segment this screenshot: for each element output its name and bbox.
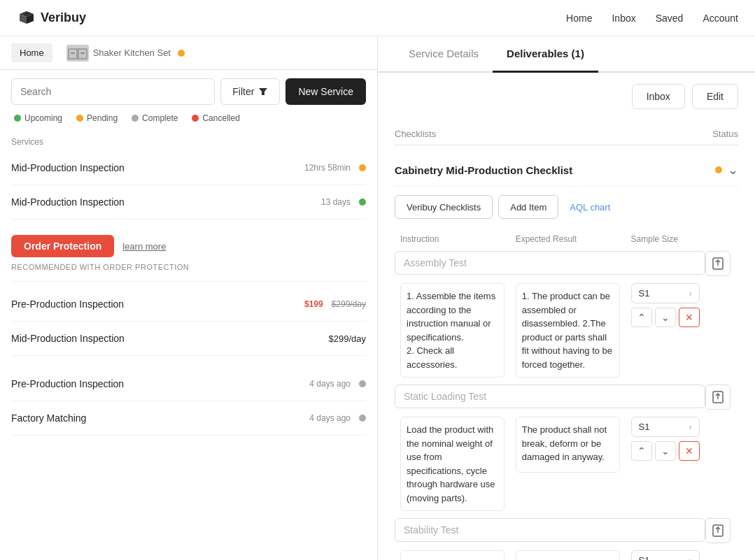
status-col-label: Status — [712, 129, 738, 139]
tab-product[interactable]: Shaker Kitchen Set — [58, 41, 193, 66]
sample-select[interactable]: S1 › — [631, 550, 700, 560]
chevron-down-icon[interactable]: ⌄ — [728, 162, 738, 178]
list-item[interactable]: Mid-Production Inspection 12hrs 58min — [11, 151, 366, 185]
search-input[interactable] — [11, 78, 215, 105]
action-row: Inbox Edit — [395, 84, 738, 109]
learn-more-link[interactable]: learn more — [122, 241, 166, 252]
tab-deliverables[interactable]: Deliverables (1) — [493, 36, 598, 73]
services-list: Services Mid-Production Inspection 12hrs… — [0, 130, 377, 560]
logo-text: Veribuy — [41, 10, 86, 25]
checklist-actions: ⌄ — [712, 162, 738, 178]
svg-marker-5 — [259, 88, 267, 95]
sample-size-header: Sample Size — [626, 230, 705, 248]
left-tabs: Home Shaker Kitchen Set — [0, 36, 377, 70]
move-up-button[interactable]: ⌃ — [631, 308, 652, 327]
service-meta: $199 $299/day — [304, 299, 366, 309]
edit-button[interactable]: Edit — [692, 84, 738, 109]
service-name: Pre-Production Inspection — [11, 378, 124, 389]
section-header-input-assembly[interactable] — [395, 251, 705, 275]
row-controls: ⌃ ⌄ ✕ — [631, 441, 700, 461]
instruction-cell: Flexible parts and body: Move the flexib… — [400, 550, 504, 560]
service-meta: 4 days ago — [309, 413, 366, 423]
service-time: 4 days ago — [309, 379, 351, 389]
checklist-name: Cabinetry Mid-Production Checklist — [395, 164, 572, 176]
move-down-button[interactable]: ⌄ — [655, 308, 676, 327]
instruction-cell: Load the product with the nominal weight… — [400, 417, 504, 511]
list-item[interactable]: Mid-Production Inspection 13 days — [11, 185, 366, 220]
checklist-status-dot — [715, 166, 722, 173]
delete-row-button[interactable]: ✕ — [679, 308, 700, 327]
checklist-row: Cabinetry Mid-Production Checklist ⌄ — [395, 154, 738, 187]
new-service-button[interactable]: New Service — [285, 78, 366, 105]
sample-cell: S1 › ⌃ ⌄ ✕ — [631, 417, 700, 461]
nav-inbox[interactable]: Inbox — [612, 13, 635, 24]
upload-icon-assembly[interactable] — [705, 251, 731, 276]
instruction-header: Instruction — [395, 230, 510, 248]
section-header-input-stability[interactable] — [395, 518, 705, 542]
nav-account[interactable]: Account — [703, 13, 738, 24]
svg-rect-3 — [71, 52, 75, 54]
svg-rect-4 — [80, 52, 85, 54]
table-row — [395, 248, 738, 279]
top-nav: Veribuy Home Inbox Saved Account — [0, 0, 755, 36]
right-content: Inbox Edit Checklists Status Cabinetry M… — [378, 73, 755, 560]
nav-links: Home Inbox Saved Account — [566, 13, 738, 24]
sample-value: S1 — [639, 555, 650, 560]
sample-select[interactable]: S1 › — [631, 417, 700, 437]
tab-service-details[interactable]: Service Details — [395, 36, 493, 73]
nav-saved[interactable]: Saved — [656, 13, 684, 24]
right-tabs: Service Details Deliverables (1) — [378, 36, 755, 73]
upcoming-dot — [14, 115, 21, 122]
aql-chart-link[interactable]: AQL chart — [564, 202, 616, 213]
main-layout: Home Shaker Kitchen Set Fi — [0, 36, 755, 560]
services-section-label: Services — [11, 130, 366, 151]
tab-home[interactable]: Home — [11, 43, 52, 62]
add-item-button[interactable]: Add Item — [498, 195, 558, 219]
nav-home[interactable]: Home — [566, 13, 592, 24]
sample-cell: S1 › ⌃ ⌄ ✕ — [631, 283, 700, 327]
left-panel: Home Shaker Kitchen Set Fi — [0, 36, 378, 560]
table-row: 1. Assemble the items according to the i… — [395, 279, 738, 382]
service-name: Mid-Production Inspection — [11, 162, 125, 173]
expected-result-header: Expected Result — [510, 230, 626, 248]
section-header-input-static[interactable] — [395, 385, 705, 408]
list-item[interactable]: Mid-Production Inspection $299/day — [11, 322, 366, 356]
order-protection-button[interactable]: Order Protection — [11, 235, 114, 257]
sample-cell: S1 › ⌃ ⌄ ✕ — [631, 550, 700, 560]
complete-label: Complete — [142, 113, 178, 123]
legend-pending: Pending — [73, 113, 118, 123]
upcoming-label: Upcoming — [24, 113, 62, 123]
complete-dot — [132, 115, 139, 122]
service-status-dot — [359, 164, 366, 171]
service-price-sale: $199 — [304, 299, 323, 309]
sample-select[interactable]: S1 › — [631, 283, 700, 303]
sample-value: S1 — [639, 288, 650, 299]
upload-icon-static[interactable] — [705, 385, 731, 410]
table-row — [395, 515, 738, 546]
upload-icon-stability[interactable] — [705, 518, 731, 543]
move-down-button[interactable]: ⌄ — [655, 441, 676, 461]
table-row: Flexible parts and body: Move the flexib… — [395, 546, 738, 560]
service-status-dot — [359, 415, 366, 422]
list-item[interactable]: Pre-Production Inspection 4 days ago — [11, 367, 366, 401]
cancelled-dot — [192, 115, 199, 122]
checklist-table: Instruction Expected Result Sample Size — [395, 230, 738, 560]
service-time: 12hrs 58min — [304, 163, 351, 173]
sample-value: S1 — [639, 422, 650, 432]
filter-icon — [258, 87, 268, 96]
instruction-cell: 1. Assemble the items according to the i… — [400, 283, 504, 378]
veribuy-checklists-button[interactable]: Veribuy Checklists — [395, 195, 493, 219]
product-tab-label: Shaker Kitchen Set — [93, 48, 171, 58]
list-item[interactable]: Pre-Production Inspection $199 $299/day — [11, 287, 366, 322]
filter-button[interactable]: Filter — [220, 78, 280, 105]
checklist-header: Checklists Status — [395, 123, 738, 145]
delete-row-button[interactable]: ✕ — [679, 441, 700, 461]
service-name: Pre-Production Inspection — [11, 299, 124, 310]
chevron-right-icon: › — [689, 555, 691, 560]
service-price: $299/day — [329, 333, 367, 344]
pending-dot — [76, 115, 83, 122]
inbox-button[interactable]: Inbox — [632, 84, 685, 109]
move-up-button[interactable]: ⌃ — [631, 441, 652, 461]
list-item[interactable]: Factory Matching 4 days ago — [11, 401, 366, 436]
row-controls: ⌃ ⌄ ✕ — [631, 308, 700, 327]
